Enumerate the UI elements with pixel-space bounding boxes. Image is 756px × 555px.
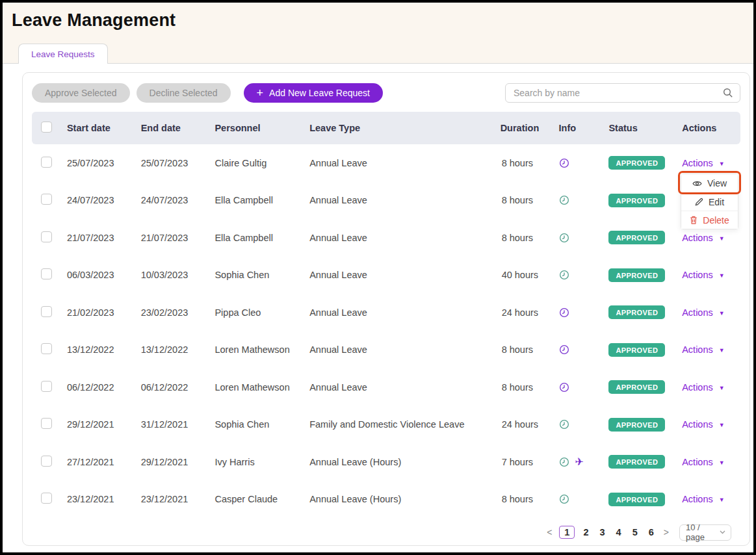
search-input[interactable]: [505, 83, 740, 103]
chevron-down-icon: ▼: [719, 161, 725, 167]
chevron-down-icon: ▼: [719, 422, 725, 428]
approve-selected-button[interactable]: Approve Selected: [32, 83, 130, 103]
personnel-cell: Sophia Chen: [215, 419, 309, 430]
actions-dropdown-trigger[interactable]: Actions▼: [682, 158, 724, 168]
page-number-4[interactable]: 4: [614, 526, 624, 538]
duration-cell: 40 hours: [484, 270, 540, 280]
column-header-start-date: Start date: [67, 123, 141, 133]
actions-cell: Actions▼: [675, 233, 740, 243]
menu-item-edit[interactable]: Edit: [681, 192, 738, 211]
clock-icon[interactable]: [559, 494, 569, 504]
column-header-status: Status: [600, 123, 675, 133]
info-cell: ✈: [540, 382, 601, 393]
trash-icon: [690, 216, 697, 224]
actions-dropdown-trigger[interactable]: Actions▼: [682, 344, 724, 355]
personnel-cell: Sophia Chen: [215, 270, 309, 280]
end-date-cell: 21/07/2023: [141, 233, 215, 243]
clock-icon[interactable]: [559, 307, 569, 318]
start-date-cell: 13/12/2022: [67, 344, 141, 355]
row-checkbox[interactable]: [41, 306, 52, 317]
main-content: Approve Selected Decline Selected + Add …: [3, 64, 753, 552]
row-checkbox[interactable]: [41, 157, 52, 168]
status-badge: APPROVED: [608, 455, 665, 469]
clock-icon[interactable]: [559, 419, 569, 430]
row-checkbox[interactable]: [41, 418, 52, 429]
personnel-cell: Loren Mathewson: [215, 344, 309, 355]
plus-icon: +: [257, 87, 264, 99]
status-badge: APPROVED: [608, 156, 665, 170]
status-badge: APPROVED: [608, 343, 665, 357]
column-header-leave-type: Leave Type: [309, 123, 483, 133]
clock-icon[interactable]: [559, 457, 569, 467]
actions-dropdown-trigger[interactable]: Actions▼: [682, 419, 724, 430]
actions-dropdown-trigger[interactable]: Actions▼: [682, 457, 724, 467]
status-badge: APPROVED: [608, 268, 665, 282]
start-date-cell: 25/07/2023: [67, 158, 141, 168]
menu-item-label: Delete: [703, 215, 729, 226]
status-badge: APPROVED: [608, 380, 665, 394]
toolbar: Approve Selected Decline Selected + Add …: [32, 83, 740, 103]
table-row: 21/02/2023 23/02/2023 Pippa Cleo Annual …: [32, 294, 740, 331]
decline-selected-button[interactable]: Decline Selected: [137, 83, 231, 103]
pagination: < 123456 > 10 / page: [32, 519, 740, 545]
add-new-leave-request-button[interactable]: + Add New Leave Request: [244, 83, 383, 103]
row-checkbox[interactable]: [41, 231, 52, 242]
start-date-cell: 21/02/2023: [67, 307, 141, 318]
page-number-5[interactable]: 5: [630, 526, 640, 538]
plane-icon[interactable]: ✈: [575, 457, 584, 467]
page-title: Leave Management: [12, 10, 753, 31]
column-header-end-date: End date: [141, 123, 215, 133]
status-cell: APPROVED: [600, 268, 675, 282]
add-button-label: Add New Leave Request: [269, 88, 370, 98]
row-checkbox[interactable]: [41, 343, 52, 354]
actions-dropdown-trigger[interactable]: Actions▼: [682, 270, 724, 280]
end-date-cell: 23/12/2021: [141, 494, 215, 504]
page-number-1[interactable]: 1: [559, 526, 575, 539]
page-number-3[interactable]: 3: [597, 526, 608, 538]
row-checkbox[interactable]: [41, 194, 52, 205]
leave-type-cell: Annual Leave (Hours): [309, 494, 483, 504]
clock-icon[interactable]: [559, 270, 569, 280]
clock-icon[interactable]: [559, 382, 569, 393]
menu-item-delete[interactable]: Delete: [681, 211, 738, 229]
leave-type-cell: Annual Leave: [309, 307, 483, 318]
previous-page-icon[interactable]: <: [545, 527, 553, 537]
actions-cell: Actions▼: [675, 344, 740, 355]
row-checkbox[interactable]: [41, 268, 52, 279]
chevron-down-icon: [720, 530, 725, 534]
next-page-icon[interactable]: >: [662, 527, 670, 537]
row-checkbox[interactable]: [41, 456, 52, 467]
actions-dropdown-trigger[interactable]: Actions▼: [682, 233, 724, 243]
clock-icon[interactable]: [559, 195, 569, 205]
actions-dropdown-trigger[interactable]: Actions▼: [682, 307, 724, 318]
actions-dropdown-trigger[interactable]: Actions▼: [682, 382, 724, 393]
actions-dropdown-trigger[interactable]: Actions▼: [682, 494, 724, 504]
row-checkbox[interactable]: [41, 493, 52, 504]
actions-cell: Actions▼: [675, 457, 740, 467]
page-numbers: 123456: [559, 526, 656, 539]
status-cell: APPROVED: [600, 305, 675, 319]
search-icon: [723, 88, 733, 98]
clock-icon[interactable]: [559, 158, 569, 168]
page-number-6[interactable]: 6: [646, 526, 657, 538]
page-number-2[interactable]: 2: [580, 526, 591, 538]
row-checkbox[interactable]: [41, 381, 52, 392]
chevron-down-icon: ▼: [719, 272, 725, 279]
personnel-cell: Claire Gultig: [215, 158, 309, 168]
start-date-cell: 24/07/2023: [67, 195, 141, 205]
menu-item-view[interactable]: View: [681, 174, 738, 192]
clock-icon[interactable]: [559, 344, 569, 355]
personnel-cell: Ivy Harris: [215, 457, 309, 467]
table-header-row: Start date End date Personnel Leave Type…: [32, 112, 740, 144]
end-date-cell: 23/02/2023: [141, 307, 215, 318]
table-row: 21/07/2023 21/07/2023 Ella Campbell Annu…: [32, 219, 740, 257]
select-all-checkbox[interactable]: [41, 122, 52, 133]
info-cell: ✈: [540, 457, 601, 467]
page-size-select[interactable]: 10 / page: [679, 524, 731, 541]
table-row: 06/03/2023 10/03/2023 Sophia Chen Annual…: [32, 257, 740, 294]
info-cell: ✈: [540, 494, 601, 504]
clock-icon[interactable]: [559, 233, 569, 243]
leave-type-cell: Annual Leave (Hours): [309, 457, 483, 467]
duration-cell: 8 hours: [484, 344, 540, 355]
tab-leave-requests[interactable]: Leave Requests: [18, 44, 108, 64]
